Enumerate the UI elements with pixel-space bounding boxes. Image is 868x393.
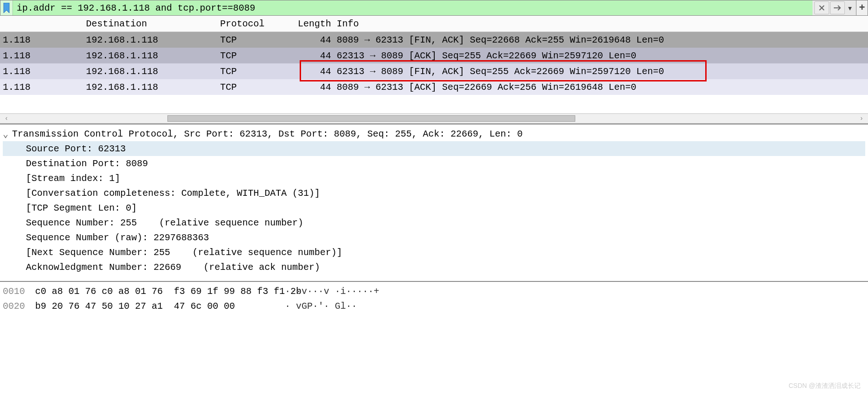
packet-row[interactable]: 1.118 192.168.1.118 TCP 44 62313 → 8089 … — [0, 48, 868, 63]
packet-list-header[interactable]: Destination Protocol Length Info — [0, 16, 868, 32]
packet-row[interactable]: 1.118 192.168.1.118 TCP 44 8089 → 62313 … — [0, 32, 868, 48]
packet-list-pane: Destination Protocol Length Info 1.118 1… — [0, 16, 868, 113]
cell-protocol: TCP — [220, 66, 294, 77]
hex-row[interactable]: 0020 b9 20 76 47 50 10 27 a1 47 6c 00 00… — [3, 299, 865, 313]
hex-bytes: c0 a8 01 76 c0 a8 01 76 f3 69 1f 99 88 f… — [35, 286, 276, 297]
detail-field[interactable]: Source Port: 62313 — [3, 141, 865, 156]
packet-bytes-pane: 0010 c0 a8 01 76 c0 a8 01 76 f3 69 1f 99… — [0, 281, 868, 315]
filter-button-group: ▾ — [813, 0, 856, 15]
hex-ascii: ···v···v ·i·····+ — [276, 286, 379, 297]
detail-header-text: Transmission Control Protocol, Src Port:… — [12, 129, 523, 139]
cell-protocol: TCP — [220, 35, 294, 45]
detail-field[interactable]: [Stream index: 1] — [3, 171, 865, 186]
detail-field[interactable]: Destination Port: 8089 — [3, 156, 865, 171]
display-filter-input[interactable]: ip.addr == 192.168.1.118 and tcp.port==8… — [13, 0, 813, 15]
add-filter-button[interactable]: + — [856, 0, 868, 15]
scroll-right-icon[interactable]: › — [858, 115, 865, 122]
hex-bytes: b9 20 76 47 50 10 27 a1 47 6c 00 00 — [35, 301, 276, 312]
cell-info: 8089 → 62313 [FIN, ACK] Seq=22668 Ack=25… — [334, 35, 868, 45]
hex-ascii: · vGP·'· Gl·· — [276, 301, 357, 312]
scroll-left-icon[interactable]: ‹ — [3, 115, 10, 122]
tree-expand-icon[interactable]: ⌄ — [3, 128, 12, 140]
watermark-text: CSDN @渣渣洒泪成长记 — [788, 382, 861, 390]
detail-field[interactable]: Sequence Number: 255 (relative sequence … — [3, 215, 865, 230]
cell-length: 44 — [294, 35, 334, 45]
cell-source: 1.118 — [0, 82, 86, 93]
packet-list-scrollbar[interactable]: ‹ › — [0, 113, 868, 124]
cell-source: 1.118 — [0, 66, 86, 77]
cell-protocol: TCP — [220, 50, 294, 61]
bookmark-icon[interactable] — [0, 0, 13, 15]
cell-length: 44 — [294, 50, 334, 61]
hex-offset: 0020 — [3, 301, 35, 312]
cell-destination: 192.168.1.118 — [86, 82, 220, 93]
detail-field[interactable]: [Next Sequence Number: 255 (relative seq… — [3, 245, 865, 260]
clear-filter-icon[interactable] — [814, 1, 829, 14]
column-destination[interactable]: Destination — [86, 19, 220, 29]
cell-length: 44 — [294, 66, 334, 77]
cell-destination: 192.168.1.118 — [86, 66, 220, 77]
packet-row[interactable]: 1.118 192.168.1.118 TCP 44 62313 → 8089 … — [0, 63, 868, 79]
detail-field[interactable]: Acknowledgment Number: 22669 (relative a… — [3, 260, 865, 274]
column-protocol[interactable]: Protocol — [220, 19, 294, 29]
detail-field[interactable]: [Conversation completeness: Complete, WI… — [3, 186, 865, 200]
packet-detail-pane: ⌄ Transmission Control Protocol, Src Por… — [0, 124, 868, 281]
scroll-thumb[interactable] — [167, 115, 575, 122]
detail-field[interactable]: Sequence Number (raw): 2297688363 — [3, 230, 865, 245]
cell-destination: 192.168.1.118 — [86, 35, 220, 45]
hex-row[interactable]: 0010 c0 a8 01 76 c0 a8 01 76 f3 69 1f 99… — [3, 284, 865, 299]
cell-source: 1.118 — [0, 50, 86, 61]
hex-offset: 0010 — [3, 286, 35, 297]
cell-destination: 192.168.1.118 — [86, 50, 220, 61]
column-length[interactable]: Length — [294, 19, 334, 29]
apply-filter-icon[interactable] — [830, 1, 845, 14]
cell-info: 8089 → 62313 [ACK] Seq=22669 Ack=256 Win… — [334, 82, 868, 93]
cell-info: 62313 → 8089 [FIN, ACK] Seq=255 Ack=2266… — [334, 66, 868, 77]
cell-source: 1.118 — [0, 35, 86, 45]
filter-bar: ip.addr == 192.168.1.118 and tcp.port==8… — [0, 0, 868, 16]
cell-protocol: TCP — [220, 82, 294, 93]
filter-history-dropdown-icon[interactable]: ▾ — [846, 2, 854, 14]
detail-tree-header[interactable]: ⌄ Transmission Control Protocol, Src Por… — [3, 126, 865, 141]
packet-row[interactable]: 1.118 192.168.1.118 TCP 44 8089 → 62313 … — [0, 79, 868, 95]
detail-field[interactable]: [TCP Segment Len: 0] — [3, 200, 865, 215]
cell-info: 62313 → 8089 [ACK] Seq=255 Ack=22669 Win… — [334, 50, 868, 61]
cell-length: 44 — [294, 82, 334, 93]
column-info[interactable]: Info — [334, 19, 868, 29]
